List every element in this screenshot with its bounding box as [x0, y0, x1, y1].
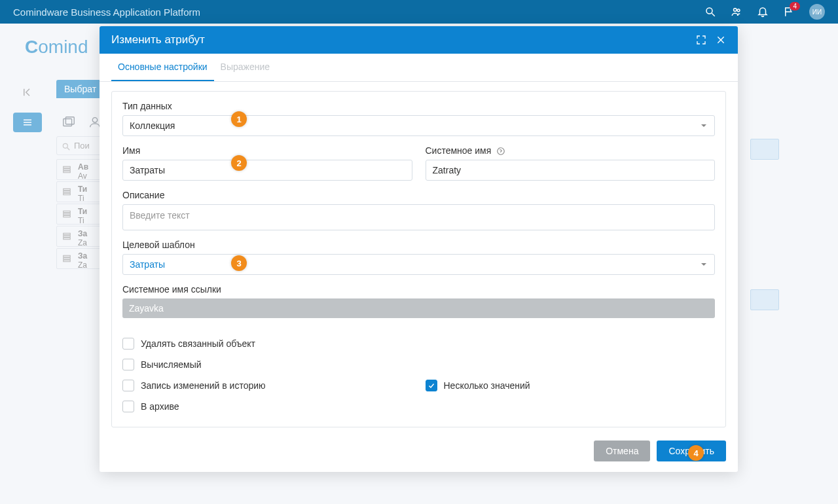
modal-title: Изменить атрибут: [111, 33, 687, 46]
annotation-4: 4: [688, 445, 704, 461]
app-header: Comindware Business Application Platform…: [0, 0, 838, 24]
search-icon[interactable]: [704, 6, 716, 18]
flag-icon[interactable]: 4: [783, 6, 795, 18]
users-icon[interactable]: [731, 6, 742, 18]
label-link-sys-name: Системное имя ссылки: [122, 284, 715, 295]
select-target-template[interactable]: Затраты: [122, 254, 715, 275]
check-delete-related[interactable]: Удалять связанный объект: [122, 338, 412, 350]
fullscreen-icon[interactable]: [696, 35, 706, 45]
notification-badge: 4: [790, 2, 800, 10]
svg-point-0: [706, 8, 712, 14]
edit-attribute-modal: Изменить атрибут Основные настройки Выра…: [100, 26, 738, 472]
svg-point-3: [737, 9, 740, 12]
modal-tabs: Основные настройки Выражение: [100, 54, 738, 82]
select-data-type[interactable]: Коллекция: [122, 115, 715, 136]
modal-header: Изменить атрибут: [100, 26, 738, 54]
info-icon[interactable]: [496, 147, 505, 156]
annotation-2: 2: [231, 155, 247, 171]
check-multiple-values[interactable]: Несколько значений: [426, 380, 716, 391]
checkbox-icon: [122, 359, 134, 370]
close-icon[interactable]: [716, 35, 726, 45]
svg-point-2: [734, 9, 737, 12]
check-computed[interactable]: Вычисляемый: [122, 359, 412, 370]
checkbox-grid: Удалять связанный объект Вычисляемый Зап…: [122, 338, 715, 412]
bell-icon[interactable]: [757, 6, 769, 18]
avatar[interactable]: ИИ: [809, 4, 825, 20]
annotation-3: 3: [231, 255, 247, 271]
tab-expression[interactable]: Выражение: [214, 54, 276, 81]
tab-main-settings[interactable]: Основные настройки: [111, 54, 214, 81]
check-audit[interactable]: Запись изменений в историю: [122, 380, 412, 391]
label-data-type: Тип данных: [122, 101, 715, 111]
input-name[interactable]: Затраты: [122, 160, 412, 181]
checkbox-icon: [122, 380, 134, 391]
label-name: Имя: [122, 145, 412, 156]
checkbox-icon: [122, 401, 134, 412]
annotation-1: 1: [231, 111, 247, 127]
checkbox-checked-icon: [426, 380, 437, 391]
cancel-button[interactable]: Отмена: [594, 441, 650, 461]
label-description: Описание: [122, 190, 715, 200]
check-archived[interactable]: В архиве: [122, 401, 412, 412]
modal-footer: Отмена Сохранить: [100, 434, 738, 472]
checkbox-icon: [122, 338, 134, 350]
app-title: Comindware Business Application Platform: [13, 7, 704, 18]
form-panel: Тип данных Коллекция Имя Затраты Системн…: [111, 91, 726, 427]
input-system-name[interactable]: Zatraty: [426, 160, 716, 181]
header-icons: 4 ИИ: [704, 4, 825, 20]
svg-line-1: [712, 13, 715, 16]
textarea-description[interactable]: Введите текст: [122, 204, 715, 230]
input-link-sys-name: Zayavka: [122, 298, 715, 318]
label-target-template: Целевой шаблон: [122, 240, 715, 250]
label-system-name: Системное имя: [426, 145, 716, 156]
